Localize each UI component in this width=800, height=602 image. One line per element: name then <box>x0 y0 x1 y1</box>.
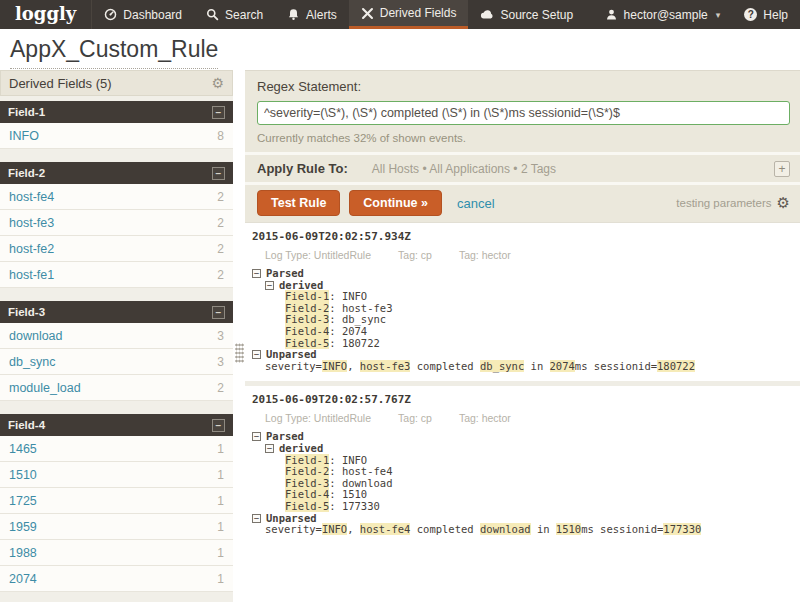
gear-icon[interactable]: ⚙ <box>777 194 790 212</box>
matched-token: host-fe4 <box>360 523 411 535</box>
derived-field-name: Field-4 <box>285 325 329 337</box>
field-group-name: Field-3 <box>8 306 45 318</box>
derived-field-name: Field-5 <box>285 337 329 349</box>
collapse-icon[interactable]: − <box>252 269 261 278</box>
field-value-link[interactable]: module_load <box>9 381 81 395</box>
collapse-icon[interactable]: − <box>265 281 274 290</box>
nav-item-dashboard[interactable]: Dashboard <box>92 0 194 29</box>
raw-text: severity= <box>265 523 322 535</box>
gear-icon[interactable]: ⚙ <box>211 75 224 91</box>
cancel-link[interactable]: cancel <box>457 196 495 211</box>
sidebar-field-value-row[interactable]: download3 <box>0 323 233 349</box>
field-value-link[interactable]: db_sync <box>9 355 56 369</box>
field-value-link[interactable]: 1510 <box>9 468 37 482</box>
cloud-icon <box>480 8 494 21</box>
matched-token: INFO <box>322 360 347 372</box>
field-value-link[interactable]: 1988 <box>9 546 37 560</box>
field-value-link[interactable]: host-fe2 <box>9 242 54 256</box>
field-group-header: Field-4− <box>0 414 233 436</box>
field-value-link[interactable]: 1465 <box>9 442 37 456</box>
field-value-link[interactable]: INFO <box>9 129 39 143</box>
apply-rule-value: All Hosts • All Applications • 2 Tags <box>372 162 556 176</box>
nav-item-derived-fields[interactable]: Derived Fields <box>349 0 469 29</box>
field-value-count: 2 <box>217 216 224 230</box>
field-value-link[interactable]: host-fe1 <box>9 268 54 282</box>
field-group-header: Field-2− <box>0 162 233 184</box>
matched-token: 180722 <box>657 360 695 372</box>
collapse-group-button[interactable]: − <box>212 106 225 119</box>
sidebar-field-value-row[interactable]: host-fe12 <box>0 262 233 288</box>
derived-field-row: Field-2: host-fe4 <box>252 466 790 478</box>
field-value-link[interactable]: host-fe3 <box>9 216 54 230</box>
collapse-icon[interactable]: − <box>252 514 261 523</box>
sidebar-field-value-row[interactable]: 20741 <box>0 566 233 592</box>
nav-item-source-setup[interactable]: Source Setup <box>468 0 585 29</box>
rule-editor: Regex Statement: Currently matches 32% o… <box>245 70 800 222</box>
sidebar-field-value-row[interactable]: 15101 <box>0 462 233 488</box>
chevron-down-icon: ▾ <box>716 10 721 20</box>
raw-text: ms sessionid= <box>575 360 657 372</box>
sidebar-field-value-row[interactable]: host-fe42 <box>0 184 233 210</box>
loggly-logo[interactable]: loggly <box>0 0 92 29</box>
sidebar-field-value-row[interactable]: 17251 <box>0 488 233 514</box>
nav-item-label: Dashboard <box>123 8 182 22</box>
collapse-icon[interactable]: − <box>265 444 274 453</box>
field-value-link[interactable]: 2074 <box>9 572 37 586</box>
field-group: Field-1−INFO8 <box>0 101 233 149</box>
testing-parameters-label: testing parameters <box>676 197 771 209</box>
raw-text: , <box>347 360 360 372</box>
regex-input[interactable] <box>257 101 790 125</box>
event-meta: Log Type: UntitledRuleTag: cpTag: hector <box>265 412 790 424</box>
nav-item-help[interactable]: ? Help <box>732 0 800 29</box>
derived-field-row: Field-5: 177330 <box>252 501 790 513</box>
field-value-link[interactable]: 1725 <box>9 494 37 508</box>
event-tag: Log Type: UntitledRule <box>265 249 371 261</box>
derived-field-row: Field-5: 180722 <box>252 338 790 350</box>
collapse-group-button[interactable]: − <box>212 306 225 319</box>
nav-item-label: Source Setup <box>500 8 573 22</box>
sidebar-field-value-row[interactable]: db_sync3 <box>0 349 233 375</box>
sidebar-field-value-row[interactable]: 19591 <box>0 514 233 540</box>
content-area: Derived Fields (5) ⚙ Field-1−INFO8Field-… <box>0 70 800 602</box>
sidebar-field-value-row[interactable]: INFO8 <box>0 123 233 149</box>
panel-resize-handle[interactable] <box>235 343 244 363</box>
unparsed-line: severity=INFO, host-fe3 completed db_syn… <box>252 361 790 373</box>
log-event: 2015-06-09T20:02:57.767ZLog Type: Untitl… <box>245 386 800 539</box>
collapse-group-button[interactable]: − <box>212 419 225 432</box>
sidebar-field-value-row[interactable]: host-fe22 <box>0 236 233 262</box>
derived-field-name: Field-1 <box>285 290 329 302</box>
sidebar-field-value-row[interactable]: 14651 <box>0 436 233 462</box>
collapse-icon[interactable]: − <box>252 432 261 441</box>
event-meta: Log Type: UntitledRuleTag: cpTag: hector <box>265 249 790 261</box>
field-value-link[interactable]: host-fe4 <box>9 190 54 204</box>
raw-text: completed <box>410 523 480 535</box>
nav-item-search[interactable]: Search <box>194 0 275 29</box>
continue-button[interactable]: Continue » <box>349 190 442 216</box>
field-value-count: 1 <box>217 546 224 560</box>
field-value-link[interactable]: download <box>9 329 63 343</box>
testing-parameters: testing parameters ⚙ <box>676 194 790 212</box>
sidebar-field-value-row[interactable]: host-fe32 <box>0 210 233 236</box>
nav-item-alerts[interactable]: Alerts <box>275 0 349 29</box>
sidebar-field-value-row[interactable]: module_load2 <box>0 375 233 401</box>
collapse-icon[interactable]: − <box>252 350 261 359</box>
field-group: Field-3−download3db_sync3module_load2 <box>0 301 233 401</box>
actions-row: Test Rule Continue » cancel testing para… <box>245 182 800 222</box>
collapse-group-button[interactable]: − <box>212 167 225 180</box>
main-panel: Regex Statement: Currently matches 32% o… <box>245 70 800 602</box>
derived-field-name: Field-3 <box>285 477 329 489</box>
apply-rule-row: Apply Rule To: All Hosts • All Applicati… <box>245 152 800 182</box>
field-group-name: Field-2 <box>8 167 45 179</box>
expand-apply-rule-button[interactable]: + <box>774 161 790 177</box>
field-value-count: 3 <box>217 355 224 369</box>
event-tree: −Parsed−derivedField-1: INFOField-2: hos… <box>252 268 790 372</box>
event-tree: −Parsed−derivedField-1: INFOField-2: hos… <box>252 431 790 535</box>
user-menu[interactable]: hector@sample ▾ <box>593 0 733 29</box>
test-rule-button[interactable]: Test Rule <box>257 190 340 216</box>
matched-token: 2074 <box>550 360 575 372</box>
field-value-link[interactable]: 1959 <box>9 520 37 534</box>
field-value-count: 3 <box>217 329 224 343</box>
sidebar-field-value-row[interactable]: 19881 <box>0 540 233 566</box>
derived-field-row: Field-4: 2074 <box>252 326 790 338</box>
log-event: 2015-06-09T20:02:57.934ZLog Type: Untitl… <box>245 223 800 386</box>
